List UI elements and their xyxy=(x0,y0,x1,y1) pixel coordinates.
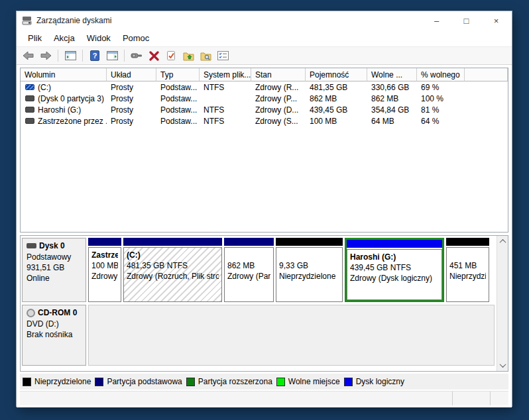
status-section-main xyxy=(20,392,452,405)
partition-title xyxy=(279,250,339,260)
volume-icon xyxy=(25,107,34,113)
disk-pane-scrollbar[interactable] xyxy=(497,236,508,371)
volume-row-zastrzezone[interactable]: Zastrzeżone przez ... Prosty Podstaw... … xyxy=(21,115,508,127)
disk-graphical-pane: Dysk 0 Podstawowy 931,51 GB Online Zastr… xyxy=(20,235,508,372)
volume-icon xyxy=(25,95,34,101)
explore-folder-icon[interactable] xyxy=(198,48,213,63)
column-header-filler xyxy=(465,68,508,81)
partition-block-862mb[interactable]: 862 MB Zdrowy (Par xyxy=(224,238,274,302)
maximize-button[interactable]: □ xyxy=(451,11,481,30)
volume-layout: Prosty xyxy=(107,117,156,126)
show-action-pane-icon[interactable] xyxy=(104,48,120,63)
unallocated-block-451mb[interactable]: 451 MB Nieprzydzie xyxy=(446,238,489,302)
toolbar-separator xyxy=(124,50,125,62)
partition-status: Zdrowy (Par xyxy=(227,271,270,282)
menu-widok[interactable]: Widok xyxy=(81,30,117,46)
unallocated-band xyxy=(276,238,343,246)
column-header-uklad[interactable]: Układ xyxy=(107,68,156,81)
disk0-label-panel[interactable]: Dysk 0 Podstawowy 931,51 GB Online xyxy=(22,238,86,302)
legend-label: Partycja podstawowa xyxy=(107,377,182,386)
forward-icon[interactable] xyxy=(38,48,54,63)
partition-title: Zastrze xyxy=(91,250,118,260)
back-icon[interactable] xyxy=(21,48,36,63)
volume-capacity: 439,45 GB xyxy=(306,105,367,115)
unallocated-block-933gb[interactable]: 9,33 GB Nieprzydzielone xyxy=(276,238,343,302)
volume-name: Zastrzeżone przez ... xyxy=(38,117,107,126)
partition-title xyxy=(227,250,270,260)
partition-status: Zdrowy xyxy=(91,271,118,282)
volume-type: Podstaw... xyxy=(156,117,200,126)
primary-partition-band xyxy=(224,238,274,246)
show-console-tree-icon[interactable] xyxy=(62,48,78,63)
column-header-pojemnosc[interactable]: Pojemność xyxy=(306,68,367,81)
properties-list-icon[interactable] xyxy=(215,48,231,63)
partition-title: (C:) xyxy=(127,250,219,260)
volume-layout: Prosty xyxy=(107,105,156,115)
volume-capacity: 862 MB xyxy=(306,94,367,103)
legend-label: Nieprzydzielone xyxy=(34,377,91,386)
volume-capacity: 481,35 GB xyxy=(306,83,367,92)
volume-list-header: Wolumin Układ Typ System plik... Stan Po… xyxy=(21,68,508,81)
legend-item-unallocated: Nieprzydzielone xyxy=(23,377,91,386)
device-icon[interactable] xyxy=(129,48,145,63)
primary-partition-band xyxy=(123,238,222,246)
volume-icon xyxy=(25,118,34,124)
legend-swatch-free-space xyxy=(276,378,285,386)
partition-size: 451 MB xyxy=(449,260,486,271)
cdrom-media-status: Brak nośnika xyxy=(27,329,82,340)
svg-text:?: ? xyxy=(93,52,97,60)
partition-size: 439,45 GB NTFS xyxy=(350,262,439,273)
partition-block-c[interactable]: (C:) 481,35 GB NTFS Zdrowy (Rozruch, Pli… xyxy=(123,238,222,302)
app-drive-icon xyxy=(22,16,32,25)
close-button[interactable]: × xyxy=(481,11,511,30)
window-title: Zarządzanie dyskami xyxy=(36,16,422,25)
column-header-typ[interactable]: Typ xyxy=(156,68,200,81)
partition-block-haroshi[interactable]: Haroshi (G:) 439,45 GB NTFS Zdrowy (Dysk… xyxy=(345,238,444,302)
volume-free-percent: 81 % xyxy=(417,105,465,115)
volume-filesystem: NTFS xyxy=(200,83,251,92)
legend-item-primary-partition: Partycja podstawowa xyxy=(95,377,182,386)
volume-filesystem: NTFS xyxy=(200,117,251,126)
disk-row-dysk0: Dysk 0 Podstawowy 931,51 GB Online Zastr… xyxy=(22,238,495,302)
cdrom0-label-panel[interactable]: CD-ROM 0 DVD (D:) Brak nośnika xyxy=(22,305,86,366)
content-area: Wolumin Układ Typ System plik... Stan Po… xyxy=(17,65,512,407)
partition-block-zastrzezone[interactable]: Zastrze 100 MB Zdrowy xyxy=(88,238,121,302)
volume-row-haroshi[interactable]: Haroshi (G:) Prosty Podstaw... NTFS Zdro… xyxy=(21,104,508,115)
volume-row-c[interactable]: (C:) Prosty Podstaw... NTFS Zdrowy (R...… xyxy=(21,81,508,93)
scroll-up-icon[interactable] xyxy=(497,236,508,247)
partition-title: Haroshi (G:) xyxy=(350,252,439,262)
column-header-wolne[interactable]: Wolne ... xyxy=(367,68,417,81)
menu-pomoc[interactable]: Pomoc xyxy=(117,30,155,46)
volume-layout: Prosty xyxy=(107,94,156,103)
column-header-procent-wolnego[interactable]: % wolnego xyxy=(417,68,465,81)
disk-name: Dysk 0 xyxy=(39,241,65,250)
open-folder-icon[interactable] xyxy=(180,48,196,63)
partition-strip: Zastrze 100 MB Zdrowy (C:) 481,35 GB NTF… xyxy=(86,238,495,302)
help-icon[interactable]: ? xyxy=(87,48,103,63)
menu-bar: Plik Akcja Widok Pomoc xyxy=(17,30,512,46)
minimize-button[interactable]: – xyxy=(422,11,451,30)
disk-status: Online xyxy=(27,273,82,284)
delete-volume-icon[interactable] xyxy=(146,48,162,63)
partition-size: 481,35 GB NTFS xyxy=(127,260,219,271)
legend-swatch-unallocated xyxy=(23,378,31,386)
legend-swatch-extended xyxy=(186,378,195,386)
column-header-system-plikow[interactable]: System plik... xyxy=(200,68,251,81)
volume-free: 330,66 GB xyxy=(367,83,417,92)
menu-plik[interactable]: Plik xyxy=(22,30,48,46)
toolbar-separator xyxy=(82,50,83,62)
column-header-stan[interactable]: Stan xyxy=(251,68,306,81)
volume-status: Zdrowy (R... xyxy=(251,83,306,92)
volume-status: Zdrowy (P... xyxy=(251,94,306,103)
volume-row-partition3[interactable]: (Dysk 0 partycja 3) Prosty Podstaw... Zd… xyxy=(21,93,508,104)
disk-management-window: Zarządzanie dyskami – □ × Plik Akcja Wid… xyxy=(17,11,512,406)
volume-status: Zdrowy (S... xyxy=(251,117,306,126)
status-section-2 xyxy=(490,392,508,405)
mark-partition-active-icon[interactable] xyxy=(163,48,179,63)
scroll-down-icon[interactable] xyxy=(497,360,508,371)
legend-label: Dysk logiczny xyxy=(356,377,404,386)
title-bar[interactable]: Zarządzanie dyskami – □ × xyxy=(17,11,512,30)
column-header-wolumin[interactable]: Wolumin xyxy=(21,68,107,81)
menu-akcja[interactable]: Akcja xyxy=(48,30,81,46)
volume-icon xyxy=(25,84,34,90)
